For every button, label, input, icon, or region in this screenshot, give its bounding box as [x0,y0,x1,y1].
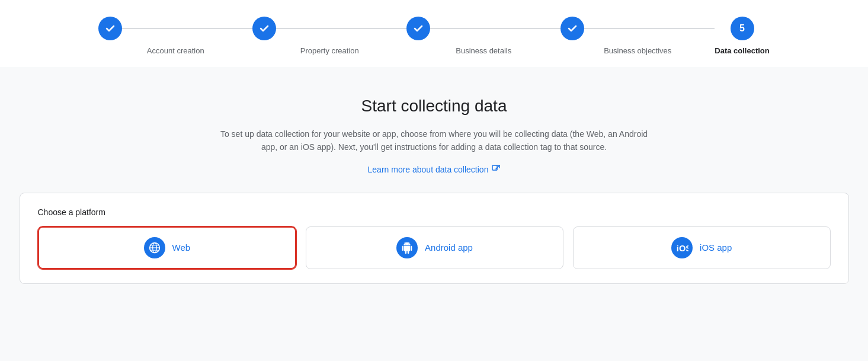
step-4-circle [560,17,584,40]
platform-card: Choose a platform Web [20,193,849,284]
web-label: Web [172,242,191,253]
android-icon [401,242,413,254]
ios-label: iOS app [700,242,732,253]
step-2-label: Property creation [300,46,359,55]
step-2-circle [252,17,276,40]
platform-ios-button[interactable]: iOS iOS app [573,226,831,269]
step-3-circle [406,17,430,40]
learn-more-text: Learn more about data collection [368,165,489,174]
platform-options: Web Android app iOS [38,226,831,269]
android-label: Android app [425,242,473,253]
web-globe-icon [149,242,161,254]
step-3-label: Business details [456,46,511,55]
stepper-inner: Account creation Property creation [0,17,868,55]
connector-2-3 [276,28,406,29]
check-icon-2 [258,23,270,34]
step-1: Account creation [98,17,252,55]
connector-1-2 [122,28,252,29]
step-5: 5 Data collection [715,17,769,55]
step-5-top: 5 [731,17,754,40]
step-1-top [98,17,252,40]
check-icon-4 [566,23,578,34]
connector-3-4 [430,28,560,29]
stepper-wrapper: Account creation Property creation [0,0,868,67]
step-4: Business objectives [560,17,715,55]
step-3-top [406,17,560,40]
step-1-label: Account creation [147,46,204,55]
ios-icon-circle: iOS [671,237,693,258]
step-2-top [252,17,406,40]
learn-more-link[interactable]: Learn more about data collection [368,165,501,175]
platform-android-button[interactable]: Android app [306,226,563,269]
step-3: Business details [406,17,560,55]
platform-web-button[interactable]: Web [38,226,297,269]
ios-icon: iOS [675,241,688,254]
step-5-circle: 5 [731,17,754,40]
step-5-number: 5 [739,23,745,34]
android-icon-circle [396,237,418,258]
step-4-label: Business objectives [604,46,671,55]
platform-section-label: Choose a platform [38,207,831,217]
step-2: Property creation [252,17,406,55]
check-icon-1 [104,23,116,34]
connector-4-5 [584,28,715,29]
svg-rect-0 [492,165,497,170]
step-1-circle [98,17,122,40]
page-wrapper: Account creation Property creation [0,0,868,361]
check-icon-3 [412,23,424,34]
web-icon-circle [144,237,165,258]
svg-text:iOS: iOS [677,243,688,253]
page-title: Start collecting data [361,97,507,116]
page-description: To set up data collection for your websi… [215,127,654,154]
step-4-top [560,17,715,40]
main-content: Start collecting data To set up data col… [0,67,868,302]
step-5-label: Data collection [715,46,769,55]
external-link-icon [492,165,500,175]
